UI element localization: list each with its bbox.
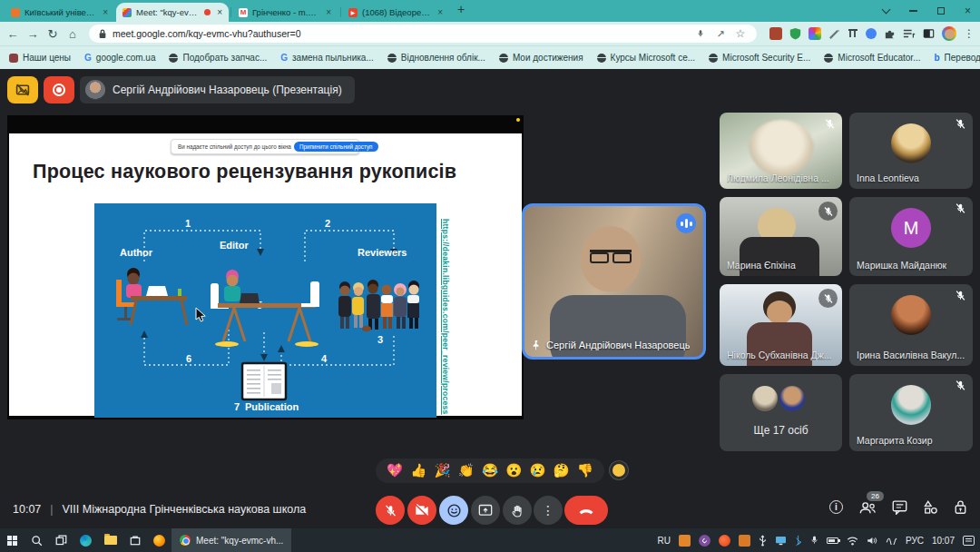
bluetooth-icon[interactable] [795, 535, 802, 547]
stop-sharing-button[interactable]: Припинити спільний доступ [294, 142, 378, 152]
taskbar-clock[interactable]: 10:07 [932, 536, 955, 546]
bookmark-item[interactable]: Мои достижения [499, 53, 583, 63]
playlist-icon[interactable] [903, 28, 916, 39]
tab-close-icon[interactable]: × [326, 7, 331, 17]
bookmark-item[interactable]: Microsoft Educator... [824, 53, 920, 63]
network-icon[interactable] [847, 536, 858, 546]
forward-button[interactable]: → [22, 22, 44, 45]
bookmark-item[interactable]: Наши цены [9, 53, 71, 63]
close-window-button[interactable]: × [965, 5, 971, 17]
reactions-button[interactable] [439, 496, 468, 525]
viber-icon[interactable] [699, 535, 710, 547]
back-button[interactable]: ← [2, 22, 24, 45]
participant-tile[interactable]: Людмила Леонідівна ... [720, 113, 842, 189]
browser-menu-icon[interactable]: ⋮ [964, 27, 975, 40]
side-panel-icon[interactable] [923, 28, 935, 39]
tray-app-icon[interactable] [679, 535, 691, 547]
profile-avatar[interactable] [942, 26, 956, 41]
bookmark-item[interactable]: Microsoft Security E... [709, 53, 810, 63]
new-tab-button[interactable]: + [457, 2, 465, 16]
camera-button[interactable] [407, 496, 436, 525]
info-button[interactable]: i [829, 500, 843, 514]
more-participants-tile[interactable]: Ще 17 осіб [720, 374, 842, 451]
reaction-thinking[interactable]: 🤔 [554, 463, 570, 478]
bookmark-star-icon[interactable]: ☆ [733, 27, 748, 40]
mic-button[interactable] [376, 496, 405, 525]
task-view-icon[interactable] [49, 528, 74, 552]
tab-search-icon[interactable] [882, 5, 891, 14]
pen-input-icon[interactable] [886, 536, 897, 545]
activities-button[interactable] [923, 499, 938, 515]
presentation-paused-button[interactable] [7, 76, 38, 104]
reload-button[interactable]: ↻ [42, 22, 64, 45]
reaction-thumbs-up[interactable]: 👍 [410, 463, 426, 478]
file-explorer-icon[interactable] [98, 528, 122, 552]
raise-hand-button[interactable] [503, 496, 532, 525]
presenter-banner[interactable]: Сергій Андрійович Назаровець (Презентаці… [80, 76, 355, 104]
puzzle-extensions-icon[interactable] [884, 28, 896, 40]
mic-search-icon[interactable] [693, 28, 708, 39]
reaction-surprised[interactable]: 😮 [505, 463, 522, 478]
minimize-button[interactable] [909, 10, 917, 12]
speaker-icon[interactable] [867, 536, 877, 546]
taskbar-chrome-window[interactable]: Meet: "kqy-evmc-vh... [172, 528, 291, 552]
more-options-button[interactable]: ⋮ [534, 496, 563, 525]
reaction-cry[interactable]: 😢 [529, 463, 545, 478]
chat-button[interactable] [892, 500, 907, 515]
present-button[interactable] [471, 496, 500, 525]
yandex-icon[interactable] [719, 535, 730, 547]
tray-app-icon[interactable] [739, 535, 750, 547]
people-button[interactable]: 26 [858, 500, 877, 515]
extension-icon[interactable] [769, 27, 782, 40]
participant-tile[interactable]: Маргарита Козир [849, 374, 973, 451]
display-icon[interactable] [775, 536, 787, 546]
skin-tone-picker[interactable] [610, 461, 628, 479]
tray-mic-icon[interactable] [810, 535, 818, 546]
speaker-tile[interactable]: Сергій Андрійович Назаровець [522, 203, 706, 360]
action-center-icon[interactable] [963, 536, 975, 546]
tab-meet[interactable]: Meet: "kqy-evmc-vhu" × [116, 3, 229, 22]
tab-university[interactable]: Київський університет імені Бо × [5, 3, 114, 22]
bookmark-item[interactable]: Ggoogle.com.ua [84, 53, 155, 63]
language-indicator[interactable]: РУС [906, 536, 924, 546]
participant-tile[interactable]: Ніколь Субханівна Дж... [720, 284, 842, 366]
edge-icon[interactable] [74, 528, 98, 552]
recording-indicator[interactable] [44, 76, 74, 104]
shield-extension-icon[interactable] [789, 27, 801, 40]
tab-youtube[interactable]: ▶ (1068) Відеорев'ю "Борис Грін × [342, 3, 449, 22]
end-call-button[interactable] [564, 496, 608, 525]
tab-gmail[interactable]: M Грінченко - m.kozyr@kubg.ed × [232, 3, 338, 22]
participant-tile[interactable]: Ірина Василівна Вакул... [849, 284, 973, 366]
taskbar-search-icon[interactable] [24, 528, 49, 552]
diagram-source-link[interactable]: https://deakin.libguides.com/peer_review… [441, 219, 450, 415]
bookmark-item[interactable]: Відновлення облік... [387, 53, 485, 63]
participant-tile[interactable]: M Маришка Майданюк [849, 197, 973, 276]
dot-extension-icon[interactable] [866, 28, 877, 39]
tab-close-icon[interactable]: × [437, 7, 443, 17]
address-bar[interactable]: meet.google.com/kqy-evmc-vhu?authuser=0 … [89, 25, 757, 43]
bookmark-item[interactable]: Подобрать запчас... [169, 53, 267, 63]
pen-extension-icon[interactable] [828, 28, 840, 40]
reaction-thumbs-down[interactable]: 👎 [577, 463, 593, 478]
bookmark-item[interactable]: Курсы Microsoft се... [597, 53, 695, 63]
reaction-party[interactable]: 🎉 [435, 463, 451, 478]
bookmark-item[interactable]: bПереводчик Bing [934, 53, 980, 63]
participant-tile[interactable]: Inna Leontieva [849, 113, 973, 189]
home-button[interactable]: ⌂ [62, 22, 83, 45]
usb-icon[interactable] [759, 535, 767, 547]
host-controls-button[interactable] [954, 499, 967, 515]
language-indicator[interactable]: RU [657, 536, 670, 546]
tab-close-icon[interactable]: × [103, 7, 108, 17]
maximize-button[interactable] [937, 7, 945, 15]
rainbow-extension-icon[interactable] [808, 27, 821, 40]
participant-tile[interactable]: Марина Єпіхіна [720, 197, 842, 276]
store-icon[interactable] [122, 528, 147, 552]
share-icon[interactable]: ↗ [713, 28, 728, 40]
reaction-laugh[interactable]: 😂 [482, 463, 498, 478]
reaction-clap[interactable]: 👏 [458, 463, 475, 478]
bookmark-item[interactable]: Gзамена пыльника... [280, 53, 373, 63]
start-button[interactable] [0, 528, 24, 552]
reaction-heart[interactable]: 💖 [387, 463, 403, 478]
firefox-icon[interactable] [147, 528, 172, 552]
extension-icon[interactable] [848, 28, 858, 39]
